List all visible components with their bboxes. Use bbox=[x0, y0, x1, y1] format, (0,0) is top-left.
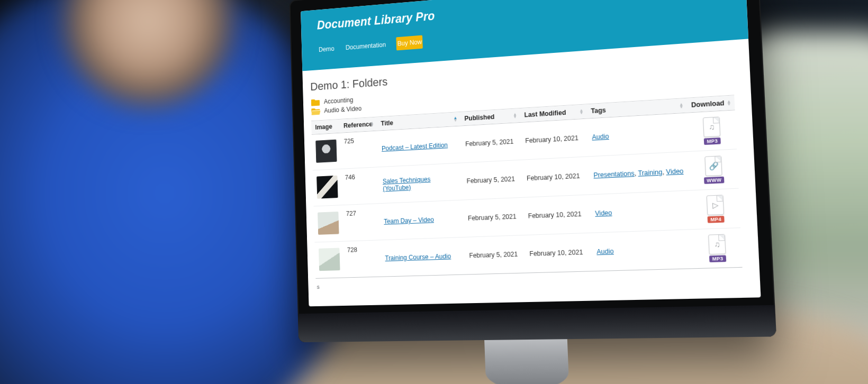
file-icon: 🔗 bbox=[704, 156, 722, 176]
cell-tags: Audio bbox=[592, 230, 694, 271]
col-download[interactable]: Download ▲▼ bbox=[686, 95, 735, 113]
tag-link[interactable]: Audio bbox=[592, 133, 609, 141]
download-button[interactable]: ♫MP3 bbox=[697, 234, 737, 263]
file-icon: ♫ bbox=[703, 116, 720, 137]
file-icon: ♫ bbox=[708, 234, 726, 255]
cell-modified: February 10, 2021 bbox=[522, 157, 590, 197]
content: Demo 1: Folders Accounting Audio & Video… bbox=[302, 39, 760, 297]
sort-icon: ▲▼ bbox=[513, 113, 517, 118]
file-badge: WWW bbox=[704, 177, 725, 184]
file-badge: MP3 bbox=[704, 138, 720, 145]
tag-link[interactable]: Training bbox=[638, 168, 662, 177]
cell-tags: Audio bbox=[587, 113, 689, 157]
cell-published: February 5, 2021 bbox=[460, 122, 522, 162]
file-icon: ▷ bbox=[707, 195, 724, 215]
buy-now-button[interactable]: Buy Now bbox=[396, 35, 423, 50]
file-badge: MP3 bbox=[709, 255, 726, 262]
nav-demo[interactable]: Demo bbox=[318, 42, 336, 56]
title-link[interactable]: Podcast – Latest Edition bbox=[382, 141, 448, 152]
thumbnail[interactable] bbox=[318, 212, 339, 235]
title-link[interactable]: Team Day – Video bbox=[384, 216, 434, 225]
cell-modified: February 10, 2021 bbox=[520, 118, 589, 160]
folder-label: Accounting bbox=[324, 96, 354, 105]
cell-reference: 727 bbox=[342, 204, 381, 242]
cell-reference: 725 bbox=[340, 131, 378, 169]
tag-link[interactable]: Audio bbox=[596, 248, 614, 255]
sort-icon: ▲▼ bbox=[679, 103, 684, 108]
col-image[interactable]: Image bbox=[311, 119, 340, 134]
cell-modified: February 10, 2021 bbox=[525, 233, 593, 273]
cell-published: February 5, 2021 bbox=[463, 197, 525, 237]
title-link[interactable]: Sales Techniques (YouTube) bbox=[383, 176, 431, 193]
file-badge: MP4 bbox=[708, 216, 725, 223]
cell-reference: 746 bbox=[341, 167, 379, 205]
download-button[interactable]: 🔗WWW bbox=[693, 155, 734, 184]
folder-open-icon bbox=[311, 107, 320, 115]
cell-modified: February 10, 2021 bbox=[523, 195, 592, 235]
sort-icon: ▲▼ bbox=[370, 122, 374, 127]
cell-reference: 728 bbox=[343, 240, 382, 278]
folder-label: Audio & Video bbox=[324, 105, 361, 114]
monitor: Document Library Pro Demo Documentation … bbox=[290, 0, 776, 342]
sort-icon: ▲▼ bbox=[579, 109, 583, 115]
nav-documentation[interactable]: Documentation bbox=[345, 38, 387, 54]
cell-tags: Video bbox=[590, 190, 692, 233]
thumbnail[interactable] bbox=[315, 139, 337, 162]
tag-link[interactable]: Video bbox=[595, 209, 612, 217]
sort-icon: ▲▼ bbox=[454, 116, 458, 122]
thumbnail[interactable] bbox=[317, 175, 338, 198]
download-button[interactable]: ♫MP3 bbox=[692, 116, 732, 145]
screen: Document Library Pro Demo Documentation … bbox=[301, 0, 761, 306]
title-link[interactable]: Training Course – Audio bbox=[385, 253, 451, 262]
tag-link[interactable]: Video bbox=[666, 167, 684, 176]
thumbnail[interactable] bbox=[319, 248, 340, 271]
sort-icon: ▲▼ bbox=[727, 100, 731, 106]
cell-tags: Presentations, Training, Video bbox=[589, 151, 691, 195]
cell-published: February 5, 2021 bbox=[465, 235, 526, 275]
cell-published: February 5, 2021 bbox=[462, 160, 523, 200]
col-reference[interactable]: Reference ▲▼ bbox=[339, 117, 377, 133]
folder-icon bbox=[311, 98, 320, 106]
tag-link[interactable]: Presentations bbox=[593, 170, 635, 179]
document-table: Image Reference ▲▼ Title ▲▼ Published ▲▼ bbox=[311, 95, 743, 279]
download-button[interactable]: ▷MP4 bbox=[695, 194, 736, 223]
